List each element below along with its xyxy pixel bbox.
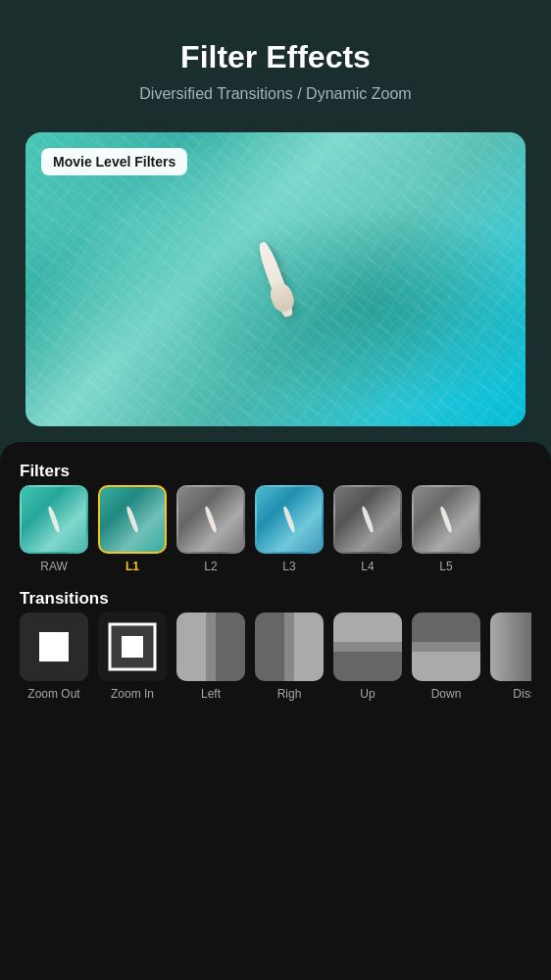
transition-item-dissolve[interactable]: Diss [490,612,531,701]
transition-label-dissolve: Diss [513,687,531,701]
filters-section: Filters RAWL1L2L3L4L5 [20,462,531,573]
preview-image: Movie Level Filters [25,132,526,426]
transition-item-zoom-in[interactable]: Zoom In [98,612,167,701]
transition-thumb-left [176,612,245,681]
svg-rect-1 [39,632,69,662]
transition-thumb-zoom-in [98,612,167,681]
movie-badge: Movie Level Filters [41,148,187,175]
svg-rect-15 [333,642,402,652]
transition-item-right[interactable]: Righ [255,612,324,701]
transition-thumb-right [255,612,324,681]
svg-rect-8 [206,612,216,681]
filter-mini-board [125,506,139,533]
svg-rect-7 [211,612,245,681]
svg-rect-20 [412,652,480,681]
filter-item-l4[interactable]: L4 [333,485,402,573]
transition-item-down[interactable]: Down [412,612,480,701]
transition-thumb-dissolve [490,612,531,681]
svg-rect-22 [490,612,531,681]
header-subtitle: Diversified Transitions / Dynamic Zoom [20,85,531,103]
filter-item-l3[interactable]: L3 [255,485,324,573]
transitions-label: Transitions [20,589,531,609]
svg-rect-4 [122,636,143,658]
filter-mini-board [439,506,453,533]
filter-item-l5[interactable]: L5 [412,485,480,573]
transitions-section: Transitions Zoom OutZoom InLeftRighUpDow… [20,589,531,701]
filter-label-l1: L1 [125,560,139,573]
transition-item-left[interactable]: Left [176,612,245,701]
filter-label-l5: L5 [439,560,452,573]
filter-item-l2[interactable]: L2 [176,485,245,573]
svg-rect-18 [412,612,480,642]
filters-row: RAWL1L2L3L4L5 [20,485,531,573]
transition-label-right: Righ [277,687,302,701]
svg-rect-16 [333,652,402,681]
transition-label-zoom-in: Zoom In [111,687,154,701]
svg-rect-14 [333,612,402,642]
svg-rect-12 [284,612,294,681]
transition-item-zoom-out[interactable]: Zoom Out [20,612,88,701]
filter-mini-board [204,506,218,533]
transition-thumb-down [412,612,480,681]
filter-item-l1[interactable]: L1 [98,485,167,573]
header: Filter Effects Diversified Transitions /… [0,0,551,122]
svg-rect-19 [412,642,480,652]
transition-thumb-zoom-out [20,612,88,681]
transition-label-down: Down [431,687,462,701]
filter-item-raw[interactable]: RAW [20,485,88,573]
filter-mini-board [47,506,61,533]
bottom-panel: Filters RAWL1L2L3L4L5 Transitions Zoom O… [0,442,551,980]
transition-label-left: Left [201,687,221,701]
svg-rect-10 [255,612,289,681]
transition-label-zoom-out: Zoom Out [27,687,79,701]
transition-item-up[interactable]: Up [333,612,402,701]
filter-mini-board [361,506,375,533]
page-title: Filter Effects [20,39,531,75]
filter-mini-board [282,506,296,533]
filter-label-l2: L2 [204,560,217,573]
transitions-row: Zoom OutZoom InLeftRighUpDownDiss [20,612,531,701]
svg-rect-6 [176,612,211,681]
filter-label-l3: L3 [282,560,295,573]
svg-rect-11 [289,612,324,681]
transition-thumb-up [333,612,402,681]
filters-label: Filters [20,462,531,481]
filter-label-l4: L4 [361,560,374,573]
transition-label-up: Up [360,687,375,701]
filter-label-raw: RAW [40,560,68,573]
preview-container: Movie Level Filters [25,132,526,426]
